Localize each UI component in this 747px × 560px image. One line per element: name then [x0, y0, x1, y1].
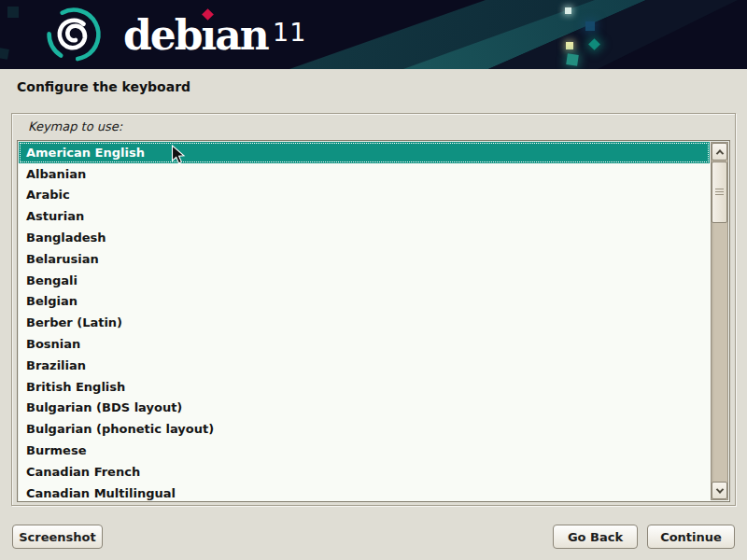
scrollbar-thumb[interactable] [712, 161, 727, 223]
debian-logotype: debıan [123, 2, 268, 67]
list-item[interactable]: Arabic [19, 185, 710, 206]
page-title: Configure the keyboard [17, 79, 190, 94]
list-item[interactable]: Asturian [19, 205, 710, 227]
list-item[interactable]: Bosnian [19, 333, 710, 355]
list-item[interactable]: Bangladesh [19, 227, 710, 248]
list-item[interactable]: Burmese [19, 440, 710, 461]
banner: debıan 11 [0, 0, 747, 69]
list-item[interactable]: Berber (Latin) [19, 312, 710, 333]
keymap-list[interactable]: American EnglishAlbanianArabicAsturianBa… [19, 142, 710, 501]
list-item[interactable]: Bulgarian (BDS layout) [19, 398, 710, 419]
chevron-up-icon [715, 149, 723, 157]
banner-square-decoration [566, 53, 579, 66]
chevron-down-icon [715, 485, 723, 493]
banner-square-decoration [566, 42, 573, 49]
debian-swirl-icon [43, 4, 105, 65]
scroll-up-button[interactable] [712, 143, 727, 161]
debian-version: 11 [273, 0, 306, 63]
list-item[interactable]: American English [19, 142, 710, 163]
banner-square-decoration [585, 21, 595, 31]
banner-square-decoration [565, 7, 571, 14]
installer-window: debıan 11 Configure the keyboard Keymap … [0, 0, 747, 560]
list-item[interactable]: Bulgarian (phonetic layout) [19, 418, 710, 440]
banner-square-decoration [0, 48, 9, 60]
go-back-button[interactable]: Go Back [553, 525, 638, 549]
list-item[interactable]: Brazilian [19, 355, 710, 376]
scroll-down-button[interactable] [712, 482, 727, 499]
list-item[interactable]: Bengali [19, 270, 710, 291]
scrollbar[interactable] [711, 142, 728, 500]
banner-square-decoration [7, 7, 19, 18]
list-item[interactable]: Canadian French [19, 461, 710, 483]
screenshot-button[interactable]: Screenshot [12, 525, 103, 549]
logotype-i: ı [202, 11, 216, 59]
keymap-label: Keymap to use: [28, 119, 122, 133]
thumb-grip-icon [715, 189, 724, 196]
keymap-listbox: American EnglishAlbanianArabicAsturianBa… [17, 140, 730, 502]
list-item[interactable]: Albanian [19, 163, 710, 185]
list-item[interactable]: Belarusian [19, 248, 710, 270]
list-item[interactable]: Belgian [19, 291, 710, 313]
logotype-part: deb [123, 11, 202, 59]
keymap-frame: Keymap to use: American EnglishAlbanianA… [11, 113, 736, 506]
list-item[interactable]: Canadian Multilingual [19, 483, 710, 502]
list-item[interactable]: British English [19, 376, 710, 398]
continue-button[interactable]: Continue [647, 525, 735, 549]
logotype-part: an [215, 11, 268, 59]
